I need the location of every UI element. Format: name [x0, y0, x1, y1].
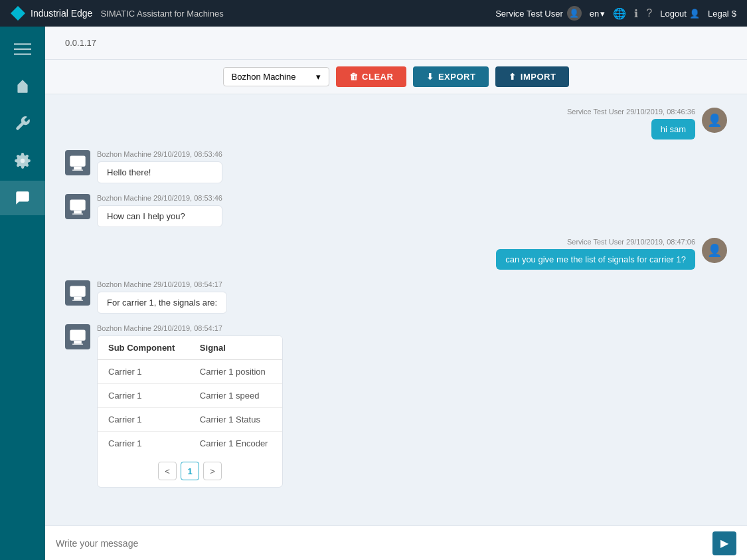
svg-rect-6	[70, 200, 85, 211]
svg-rect-12	[70, 330, 85, 341]
message-row-2: Bozhon Machine 29/10/2019, 08:53:46 Hell…	[65, 150, 727, 183]
msg-content-3: Bozhon Machine 29/10/2019, 08:53:46 How …	[97, 194, 222, 227]
table-row: Carrier 1 Carrier 1 position	[98, 360, 282, 384]
msg-sender-4: Service Test User	[567, 238, 626, 246]
sidebar-item-settings[interactable]	[0, 143, 45, 178]
logo-diamond-icon	[11, 6, 25, 21]
chat-input-area: ▶	[45, 525, 747, 560]
msg-content-2: Bozhon Machine 29/10/2019, 08:53:46 Hell…	[97, 150, 222, 183]
msg-content-1: Service Test User 29/10/2019, 08:46:36 h…	[567, 108, 695, 140]
message-row-1: 👤 Service Test User 29/10/2019, 08:46:36…	[65, 108, 727, 140]
export-label: EXPORT	[438, 72, 475, 82]
chat-input[interactable]	[56, 538, 712, 549]
msg-meta-3: Bozhon Machine 29/10/2019, 08:53:46	[97, 194, 222, 202]
msg-sender-1: Service Test User	[567, 108, 626, 116]
clear-icon: 🗑	[349, 72, 359, 82]
table-cell-sub-1: Carrier 1	[98, 360, 189, 384]
msg-bubble-1: hi sam	[651, 119, 695, 140]
svg-rect-11	[72, 300, 83, 301]
import-icon: ⬆	[509, 72, 517, 82]
main-layout: 0.0.1.17 Bozhon Machine ▾ 🗑 CLEAR ⬇ EXPO…	[0, 27, 747, 560]
msg-content-6: Bozhon Machine 29/10/2019, 08:54:17 Sub …	[97, 324, 283, 488]
import-button[interactable]: ⬆ IMPORT	[495, 66, 569, 87]
sidebar-item-home[interactable]	[0, 69, 45, 104]
msg-timestamp-2: 29/10/2019, 08:53:46	[153, 150, 222, 158]
export-button[interactable]: ⬇ EXPORT	[413, 66, 489, 87]
legal-icon: $	[732, 9, 736, 19]
message-row-5: Bozhon Machine 29/10/2019, 08:54:17 For …	[65, 280, 727, 314]
table-cell-sig-3: Carrier 1 Status	[189, 408, 282, 432]
table-header-subcomponent: Sub Component	[98, 336, 189, 360]
bot-avatar-2	[65, 150, 90, 175]
logout-icon: 👤	[689, 9, 700, 19]
msg-content-5: Bozhon Machine 29/10/2019, 08:54:17 For …	[97, 280, 227, 314]
msg-bubble-4: can you give me the list of signals for …	[496, 249, 695, 270]
next-page-button[interactable]: >	[203, 462, 222, 480]
bot-avatar-3	[65, 194, 90, 219]
msg-timestamp-3: 29/10/2019, 08:53:46	[153, 194, 222, 202]
header-combined: 0.0.1.17	[45, 27, 747, 60]
msg-meta-1: Service Test User 29/10/2019, 08:46:36	[567, 108, 695, 116]
msg-sender-6: Bozhon Machine	[97, 324, 153, 332]
prev-page-button[interactable]: <	[158, 462, 177, 480]
msg-timestamp-1: 29/10/2019, 08:46:36	[626, 108, 695, 116]
msg-timestamp-5: 29/10/2019, 08:54:17	[153, 280, 222, 288]
clear-button[interactable]: 🗑 CLEAR	[336, 66, 407, 87]
sidebar-item-tools[interactable]	[0, 106, 45, 141]
msg-sender-2: Bozhon Machine	[97, 150, 153, 158]
user-avatar-1: 👤	[702, 108, 727, 133]
legal-button[interactable]: Legal $	[708, 9, 736, 19]
clear-label: CLEAR	[362, 72, 393, 82]
msg-meta-5: Bozhon Machine 29/10/2019, 08:54:17	[97, 280, 227, 288]
table-cell-sig-2: Carrier 1 speed	[189, 384, 282, 408]
language-selector[interactable]: en ▾	[590, 9, 605, 19]
send-button[interactable]: ▶	[712, 531, 736, 555]
top-navbar: Industrial Edge SIMATIC Assistant for Ma…	[0, 0, 747, 27]
svg-rect-2	[14, 54, 31, 55]
svg-rect-14	[72, 344, 83, 345]
toolbar: Bozhon Machine ▾ 🗑 CLEAR ⬇ EXPORT ⬆ IMPO…	[45, 60, 747, 94]
version-label: 0.0.1.17	[65, 38, 105, 48]
msg-bubble-5: For carrier 1, the signals are:	[97, 292, 227, 314]
info-icon[interactable]: ℹ	[634, 7, 638, 20]
machine-dropdown[interactable]: Bozhon Machine ▾	[223, 67, 329, 86]
svg-rect-13	[74, 341, 82, 344]
bot-avatar-6	[65, 324, 90, 349]
chat-area: 👤 Service Test User 29/10/2019, 08:46:36…	[45, 94, 747, 525]
msg-bubble-3: How can I help you?	[97, 205, 222, 227]
table-cell-sub-4: Carrier 1	[98, 432, 189, 456]
export-icon: ⬇	[426, 72, 434, 82]
svg-rect-4	[74, 167, 82, 170]
machine-select-chevron: ▾	[316, 72, 321, 82]
message-row-4: 👤 Service Test User 29/10/2019, 08:47:06…	[65, 238, 727, 270]
globe-icon[interactable]: 🌐	[613, 7, 626, 20]
msg-sender-3: Bozhon Machine	[97, 194, 153, 202]
lang-chevron: ▾	[600, 9, 605, 19]
msg-timestamp-4: 29/10/2019, 08:47:06	[626, 238, 695, 246]
sidebar-item-menu[interactable]	[0, 32, 45, 66]
app-logo: Industrial Edge SIMATIC Assistant for Ma…	[11, 6, 224, 21]
send-icon: ▶	[720, 537, 728, 549]
app-name: Industrial Edge	[31, 8, 92, 19]
svg-rect-5	[72, 170, 83, 171]
user-name-label: Service Test User	[495, 9, 563, 19]
table-row: Carrier 1 Carrier 1 speed	[98, 384, 282, 408]
table-pagination: < 1 >	[98, 455, 282, 487]
help-icon[interactable]: ?	[646, 7, 652, 19]
content-area: 0.0.1.17 Bozhon Machine ▾ 🗑 CLEAR ⬇ EXPO…	[45, 27, 747, 560]
logout-label: Logout	[660, 9, 687, 19]
svg-rect-1	[14, 48, 31, 50]
legal-label: Legal	[708, 9, 729, 19]
message-row-6: Bozhon Machine 29/10/2019, 08:54:17 Sub …	[65, 324, 727, 488]
msg-meta-6: Bozhon Machine 29/10/2019, 08:54:17	[97, 324, 283, 332]
msg-timestamp-6: 29/10/2019, 08:54:17	[153, 324, 222, 332]
message-row-3: Bozhon Machine 29/10/2019, 08:53:46 How …	[65, 194, 727, 227]
sidebar-item-chat[interactable]	[0, 181, 45, 215]
msg-meta-4: Service Test User 29/10/2019, 08:47:06	[567, 238, 695, 246]
page-1-button[interactable]: 1	[181, 462, 199, 480]
logout-button[interactable]: Logout 👤	[660, 9, 700, 19]
svg-rect-8	[72, 214, 83, 215]
table-cell-sig-1: Carrier 1 position	[189, 360, 282, 384]
svg-rect-0	[14, 43, 31, 45]
table-cell-sig-4: Carrier 1 Encoder	[189, 432, 282, 456]
